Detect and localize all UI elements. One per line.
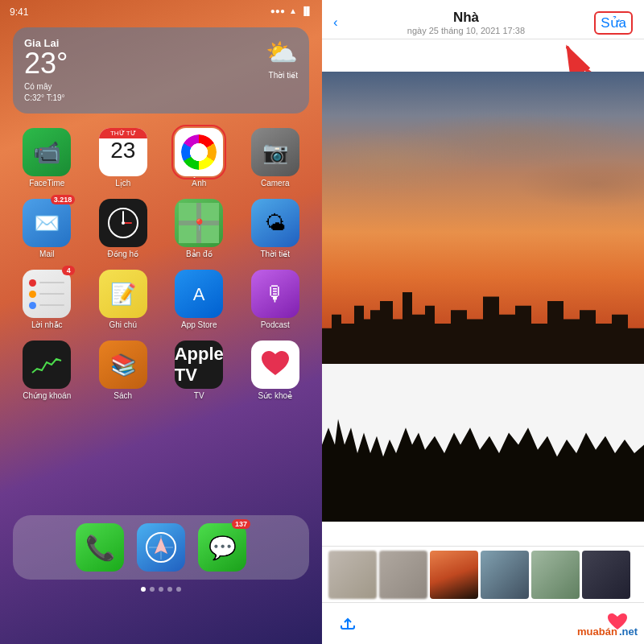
app-tv[interactable]: Apple TV TV bbox=[167, 341, 232, 400]
weather-app-icon: 🌤 bbox=[251, 199, 299, 247]
podcast-icon: 🎙 bbox=[251, 270, 299, 318]
stocks-label: Chứng khoán bbox=[23, 391, 71, 400]
sunset-photo bbox=[322, 72, 644, 522]
app-mail[interactable]: ✉️ 3.218 Mail bbox=[14, 199, 80, 258]
svg-text:📍: 📍 bbox=[192, 218, 207, 232]
appstore-icon: A bbox=[175, 270, 223, 318]
weather-widget-label: Thời tiết bbox=[266, 71, 298, 80]
thumbnail-strip bbox=[322, 546, 644, 602]
thumb-1[interactable] bbox=[328, 551, 377, 599]
app-camera[interactable]: 📷 Camera bbox=[243, 128, 308, 188]
photo-bottom-bar: muabán .net bbox=[322, 602, 644, 644]
sunset-clouds bbox=[322, 94, 644, 320]
reminders-badge: 4 bbox=[62, 266, 75, 275]
weather-cloud-icon: ⛅ bbox=[266, 37, 298, 68]
weather-condition: Có mây C:32° T:19° bbox=[24, 81, 68, 104]
sunset-trees bbox=[322, 351, 644, 522]
app-appstore[interactable]: A App Store bbox=[167, 270, 232, 329]
messages-badge: 137 bbox=[232, 519, 250, 529]
page-dot-3 bbox=[159, 587, 163, 592]
books-icon: 📚 bbox=[99, 341, 147, 389]
maps-icon: 📍 bbox=[175, 199, 223, 247]
mail-icon: ✉️ 3.218 bbox=[23, 199, 71, 247]
app-health[interactable]: Sức khoẻ bbox=[243, 341, 308, 400]
clock-icon bbox=[99, 199, 147, 247]
dock-safari[interactable] bbox=[137, 523, 185, 572]
status-time: 9:41 bbox=[10, 6, 28, 18]
safari-icon bbox=[137, 523, 185, 572]
app-stocks[interactable]: Chứng khoán bbox=[14, 341, 80, 400]
photo-date: ngày 25 tháng 10, 2021 17:38 bbox=[407, 26, 525, 35]
facetime-label: FaceTime bbox=[29, 179, 64, 188]
back-button[interactable]: ‹ bbox=[333, 14, 338, 31]
app-reminders[interactable]: 4 Lời nhắc bbox=[14, 270, 80, 329]
page-dot-5 bbox=[176, 587, 181, 592]
battery-icon: ▐▌ bbox=[301, 6, 312, 15]
photo-bottom-space bbox=[322, 522, 644, 546]
home-screen: 9:41 ●●● ▲ ▐▌ Gia Lai 23° Có mây C:32° T… bbox=[0, 0, 322, 644]
tv-label: TV bbox=[194, 391, 204, 400]
messages-icon: 💬 137 bbox=[198, 523, 246, 572]
edit-button[interactable]: Sửa bbox=[594, 11, 633, 35]
reminders-icon: 4 bbox=[23, 270, 71, 318]
thumb-5[interactable] bbox=[531, 551, 580, 599]
calendar-day: 23 bbox=[110, 138, 135, 163]
wifi-icon: ▲ bbox=[289, 6, 297, 15]
thumb-6[interactable] bbox=[582, 551, 630, 599]
mail-label: Mail bbox=[39, 250, 54, 258]
thumb-3[interactable] bbox=[430, 551, 478, 599]
podcast-label: Podcast bbox=[261, 320, 290, 329]
dock-messages[interactable]: 💬 137 bbox=[198, 523, 246, 572]
weather-temp: 23° bbox=[24, 49, 68, 78]
photos-icon bbox=[175, 128, 223, 176]
calendar-icon: THỨ TƯ 23 bbox=[99, 128, 147, 176]
app-facetime[interactable]: 📹 FaceTime bbox=[14, 128, 80, 188]
page-dots bbox=[0, 587, 322, 592]
dock: 📞 💬 137 bbox=[13, 515, 309, 580]
facetime-icon: 📹 bbox=[23, 128, 71, 176]
app-podcast[interactable]: 🎙 Podcast bbox=[243, 270, 308, 329]
watermark-text: muabán bbox=[577, 625, 617, 638]
phone-icon: 📞 bbox=[76, 523, 124, 572]
watermark-suffix: .net bbox=[619, 625, 638, 638]
health-icon bbox=[251, 341, 299, 389]
back-chevron-icon: ‹ bbox=[333, 14, 338, 31]
photos-app: ‹ Nhà ngày 25 tháng 10, 2021 17:38 Sửa bbox=[322, 0, 644, 644]
reminders-label: Lời nhắc bbox=[31, 320, 63, 329]
thumb-4[interactable] bbox=[481, 551, 529, 599]
thumb-2[interactable] bbox=[379, 551, 427, 599]
photo-main-area[interactable] bbox=[322, 72, 644, 522]
dock-phone[interactable]: 📞 bbox=[76, 523, 124, 572]
calendar-label: Lịch bbox=[115, 179, 130, 188]
app-photos[interactable]: Ảnh bbox=[167, 128, 232, 188]
page-dot-4 bbox=[167, 587, 172, 592]
photo-top-space bbox=[322, 39, 644, 72]
page-dot-2 bbox=[150, 587, 155, 592]
notes-icon: 📝 bbox=[99, 270, 147, 318]
health-label: Sức khoẻ bbox=[258, 391, 292, 400]
page-dot-1 bbox=[141, 587, 146, 592]
app-grid-row1: 📹 FaceTime THỨ TƯ 23 Lịch Ảnh 📷 Camera bbox=[0, 120, 322, 408]
camera-icon: 📷 bbox=[251, 128, 299, 176]
app-maps[interactable]: 📍 Bản đồ bbox=[167, 199, 232, 258]
app-weather[interactable]: 🌤 Thời tiết bbox=[243, 199, 308, 258]
mail-badge: 3.218 bbox=[51, 195, 76, 204]
photo-nav-bar: ‹ Nhà ngày 25 tháng 10, 2021 17:38 Sửa bbox=[322, 0, 644, 39]
photos-label: Ảnh bbox=[192, 179, 206, 188]
app-calendar[interactable]: THỨ TƯ 23 Lịch bbox=[91, 128, 156, 188]
share-button[interactable] bbox=[338, 613, 357, 635]
weather-app-label: Thời tiết bbox=[261, 250, 290, 258]
camera-label: Camera bbox=[261, 179, 290, 188]
watermark: muabán .net bbox=[577, 625, 638, 638]
photos-rainbow-icon bbox=[181, 134, 217, 170]
clock-label: Đồng hồ bbox=[107, 250, 138, 258]
notes-label: Ghi chú bbox=[109, 320, 137, 329]
svg-text:A: A bbox=[193, 284, 205, 304]
appstore-label: App Store bbox=[181, 320, 217, 329]
photo-title: Nhà bbox=[407, 10, 525, 26]
app-notes[interactable]: 📝 Ghi chú bbox=[91, 270, 156, 329]
status-bar: 9:41 ●●● ▲ ▐▌ bbox=[0, 0, 322, 21]
app-books[interactable]: 📚 Sách bbox=[91, 341, 156, 400]
weather-widget[interactable]: Gia Lai 23° Có mây C:32° T:19° ⛅ Thời ti… bbox=[13, 27, 309, 114]
app-clock[interactable]: Đồng hồ bbox=[91, 199, 156, 258]
